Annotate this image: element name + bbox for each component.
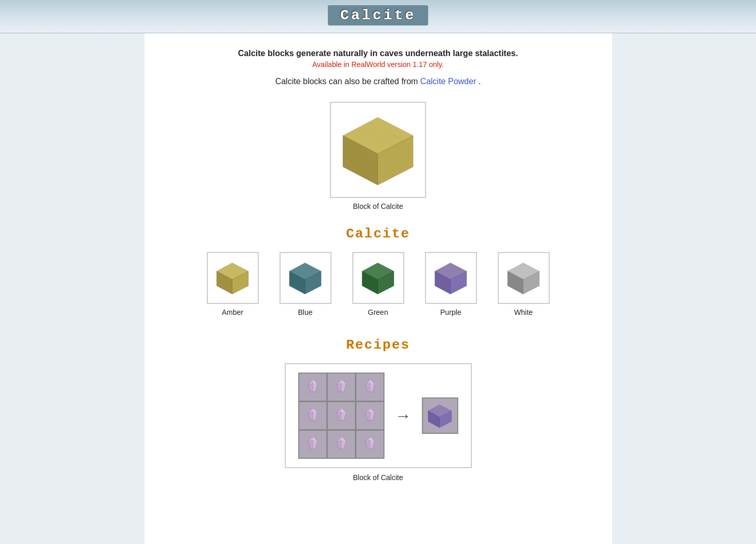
availability-note: Available in RealWorld version 1.17 only… <box>165 60 591 69</box>
svg-marker-32 <box>313 408 317 413</box>
description-text: Calcite blocks generate naturally in cav… <box>165 49 591 58</box>
variant-frame-purple <box>425 252 477 304</box>
recipe-cell-1-1 <box>328 402 355 429</box>
main-block-image <box>338 110 418 190</box>
powder-icon-0-1 <box>331 377 351 397</box>
recipe-cell-2-1 <box>328 431 355 458</box>
recipe-grid <box>298 373 384 459</box>
main-block-frame <box>330 102 426 198</box>
variant-image-blue <box>286 259 325 298</box>
powder-icon-0-2 <box>360 377 380 397</box>
variant-amber: Amber <box>207 252 259 316</box>
powder-icon-1-1 <box>331 406 351 426</box>
variant-frame-white <box>498 252 550 304</box>
page-title: Calcite <box>328 5 429 25</box>
variant-label-purple: Purple <box>440 308 461 316</box>
svg-marker-29 <box>370 379 375 384</box>
variant-frame-green <box>352 252 404 304</box>
recipe-result-cell <box>422 397 458 434</box>
variant-white: White <box>498 252 550 316</box>
crafted-prefix: Calcite blocks can also be crafted from <box>275 77 420 86</box>
variant-frame-amber <box>207 252 259 304</box>
variant-image-amber <box>213 259 252 298</box>
recipe-cell-2-0 <box>299 431 326 458</box>
recipe-cell-0-1 <box>328 374 355 401</box>
main-block-label: Block of Calcite <box>353 202 403 210</box>
variant-frame-blue <box>280 252 331 304</box>
svg-marker-47 <box>370 436 375 442</box>
main-block-section: Block of Calcite <box>165 102 591 210</box>
recipe-frame: → <box>285 363 472 468</box>
variant-purple: Purple <box>425 252 477 316</box>
svg-marker-44 <box>341 436 346 442</box>
header-bar: Calcite <box>0 0 756 33</box>
section-calcite-heading: Calcite <box>165 226 591 242</box>
variant-image-green <box>359 259 397 298</box>
recipe-cell-2-2 <box>356 431 383 458</box>
variant-blue: Blue <box>280 252 331 316</box>
powder-icon-2-2 <box>360 434 380 454</box>
variant-label-amber: Amber <box>222 308 243 316</box>
svg-marker-23 <box>313 379 317 384</box>
recipe-block-label: Block of Calcite <box>353 473 403 482</box>
powder-icon-0-0 <box>303 377 323 397</box>
crafted-from-text: Calcite blocks can also be crafted from … <box>165 77 591 86</box>
variant-image-purple <box>431 259 470 298</box>
section-recipes-heading: Recipes <box>165 337 591 353</box>
recipe-cell-0-2 <box>356 374 383 401</box>
variants-row: Amber Blue Green <box>165 252 591 316</box>
recipe-cell-1-2 <box>356 402 383 429</box>
calcite-powder-link[interactable]: Calcite Powder <box>420 77 476 86</box>
variant-label-green: Green <box>368 308 388 316</box>
svg-marker-35 <box>341 408 346 413</box>
svg-marker-41 <box>313 436 317 442</box>
recipe-arrow-icon: → <box>395 406 412 426</box>
variant-green: Green <box>352 252 404 316</box>
svg-marker-26 <box>341 379 346 384</box>
svg-marker-38 <box>370 408 375 413</box>
powder-icon-1-0 <box>303 406 323 426</box>
powder-icon-2-0 <box>303 434 323 454</box>
powder-icon-1-2 <box>360 406 380 426</box>
recipe-section: → Block of Calcite <box>165 363 591 482</box>
main-content: Calcite blocks generate naturally in cav… <box>144 33 612 544</box>
recipe-cell-0-0 <box>299 374 326 401</box>
crafted-suffix: . <box>479 77 481 86</box>
variant-label-white: White <box>514 308 533 316</box>
recipe-result-image <box>426 402 454 430</box>
powder-icon-2-1 <box>331 434 351 454</box>
variant-label-blue: Blue <box>298 308 312 316</box>
recipe-cell-1-0 <box>299 402 326 429</box>
variant-image-white <box>504 259 543 298</box>
